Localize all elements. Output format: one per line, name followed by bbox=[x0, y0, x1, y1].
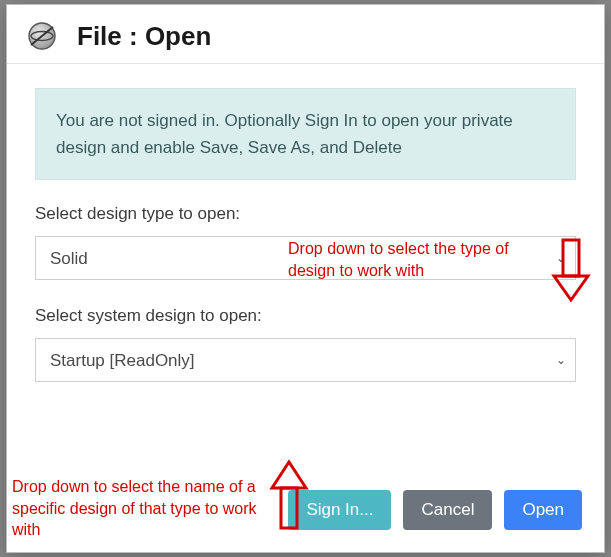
dialog-footer: Sign In... Cancel Open bbox=[7, 480, 604, 552]
design-type-label: Select design type to open: bbox=[35, 204, 576, 224]
system-design-field: Select system design to open: Startup [R… bbox=[35, 306, 576, 382]
app-icon bbox=[25, 19, 59, 53]
signin-info-message: You are not signed in. Optionally Sign I… bbox=[35, 88, 576, 180]
system-design-label: Select system design to open: bbox=[35, 306, 576, 326]
design-type-field: Select design type to open: Solid ⌄ bbox=[35, 204, 576, 280]
system-design-select[interactable]: Startup [ReadOnly] bbox=[35, 338, 576, 382]
dialog-header: File : Open bbox=[7, 5, 604, 64]
open-button[interactable]: Open bbox=[504, 490, 582, 530]
design-type-select[interactable]: Solid bbox=[35, 236, 576, 280]
signin-button[interactable]: Sign In... bbox=[288, 490, 391, 530]
dialog-title: File : Open bbox=[77, 21, 211, 52]
cancel-button[interactable]: Cancel bbox=[403, 490, 492, 530]
file-open-dialog: File : Open You are not signed in. Optio… bbox=[6, 4, 605, 553]
dialog-body: You are not signed in. Optionally Sign I… bbox=[7, 64, 604, 480]
